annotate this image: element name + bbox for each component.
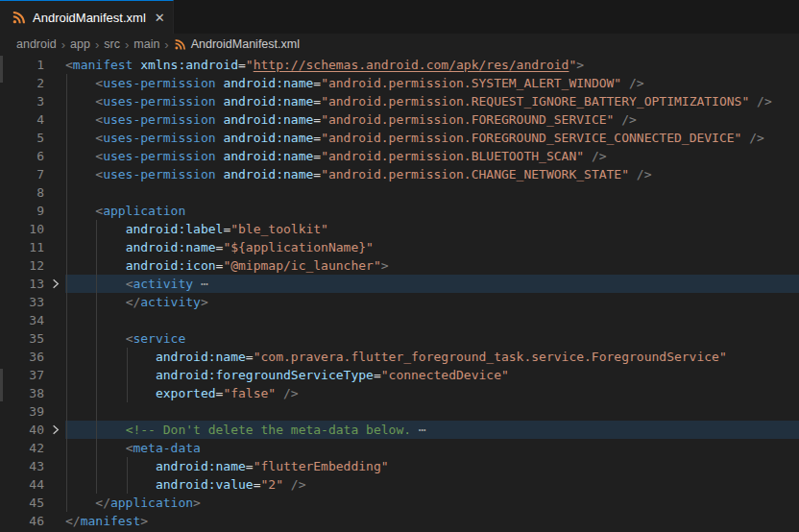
xml-file-icon [12, 11, 26, 25]
gutter: 11 [0, 238, 65, 256]
code-line-40[interactable]: 40 <!-- Don't delete the meta-data below… [0, 421, 799, 439]
code-line-content[interactable]: android:label="ble_toolkit" [65, 220, 799, 238]
code-line-content[interactable]: <uses-permission android:name="android.p… [65, 147, 799, 165]
code-line-content[interactable]: </manifest> [65, 512, 799, 530]
code-line-3[interactable]: 3 <uses-permission android:name="android… [0, 92, 799, 110]
code-text: <activity ⋯ [65, 277, 208, 291]
code-line-content[interactable]: <uses-permission android:name="android.p… [65, 74, 799, 92]
code-line-46[interactable]: 46</manifest> [0, 512, 799, 530]
code-line-content[interactable]: <uses-permission android:name="android.p… [65, 165, 799, 183]
code-text: <application [65, 204, 185, 218]
gutter: 46 [0, 512, 65, 530]
code-line-33[interactable]: 33 </activity> [0, 293, 799, 311]
code-line-4[interactable]: 4 <uses-permission android:name="android… [0, 110, 799, 129]
line-number: 36 [0, 348, 65, 366]
code-line-content[interactable]: </application> [65, 494, 799, 512]
code-line-content[interactable] [65, 183, 799, 202]
code-text: exported="false" /> [65, 386, 299, 400]
code-line-7[interactable]: 7 <uses-permission android:name="android… [0, 165, 799, 183]
tab-title: AndroidManifest.xml [33, 11, 146, 25]
gutter: 36 [0, 348, 65, 366]
line-number: 12 [0, 256, 65, 275]
code-line-content[interactable]: <service [65, 329, 799, 348]
code-line-43[interactable]: 43 android:name="flutterEmbedding" [0, 457, 799, 475]
breadcrumb-item-main[interactable]: main [133, 37, 159, 51]
breadcrumb-separator-icon: › [123, 37, 131, 52]
code-line-content[interactable]: <meta-data [65, 439, 799, 457]
breadcrumb-separator-icon: › [60, 37, 67, 52]
code-line-34[interactable]: 34 [0, 311, 799, 329]
line-number: 11 [0, 238, 65, 256]
code-line-content[interactable]: android:name="flutterEmbedding" [65, 457, 799, 475]
code-line-13[interactable]: 13 <activity ⋯ [0, 275, 799, 293]
code-line-2[interactable]: 2 <uses-permission android:name="android… [0, 74, 799, 92]
line-number: 3 [0, 92, 65, 110]
code-line-content[interactable]: android:name="com.pravera.flutter_foregr… [65, 348, 799, 366]
code-line-12[interactable]: 12 android:icon="@mipmap/ic_launcher"> [0, 256, 799, 275]
xml-file-icon [174, 38, 186, 51]
code-text: <uses-permission android:name="android.p… [65, 167, 652, 181]
breadcrumb-item-src[interactable]: src [104, 37, 120, 51]
fold-chevron-icon[interactable] [48, 423, 62, 437]
code-line-content[interactable]: android:icon="@mipmap/ic_launcher"> [65, 256, 799, 275]
code-text: <uses-permission android:name="android.p… [65, 76, 644, 90]
code-line-10[interactable]: 10 android:label="ble_toolkit" [0, 220, 799, 238]
code-line-content[interactable]: <!-- Don't delete the meta-data below. ⋯ [65, 421, 799, 439]
code-text: <uses-permission android:name="android.p… [65, 112, 637, 127]
gutter: 42 [0, 439, 65, 457]
line-number: 33 [0, 293, 65, 311]
tab-close-icon[interactable]: ✕ [153, 10, 167, 26]
code-line-content[interactable] [65, 311, 799, 329]
code-line-9[interactable]: 9 <application [0, 202, 799, 220]
gutter: 37 [0, 366, 65, 384]
gutter: 35 [0, 329, 65, 348]
code-text: android:name="flutterEmbedding" [65, 459, 389, 473]
code-line-11[interactable]: 11 android:name="${applicationName}" [0, 238, 799, 256]
code-text: <meta-data [65, 441, 201, 455]
code-line-content[interactable]: <application [65, 202, 799, 220]
code-line-content[interactable]: exported="false" /> [65, 384, 799, 402]
code-line-content[interactable]: android:value="2" /> [65, 475, 799, 494]
code-line-content[interactable] [65, 402, 799, 421]
code-line-6[interactable]: 6 <uses-permission android:name="android… [0, 147, 799, 165]
breadcrumb-item-file[interactable]: AndroidManifest.xml [174, 37, 300, 51]
code-line-45[interactable]: 45 </application> [0, 494, 799, 512]
code-line-content[interactable]: android:foregroundServiceType="connected… [65, 366, 799, 384]
code-line-36[interactable]: 36 android:name="com.pravera.flutter_for… [0, 348, 799, 366]
line-number: 1 [0, 56, 65, 74]
code-line-content[interactable]: </activity> [65, 293, 799, 311]
code-line-content[interactable]: android:name="${applicationName}" [65, 238, 799, 256]
gutter: 38 [0, 384, 65, 402]
code-line-content[interactable]: <uses-permission android:name="android.p… [65, 92, 799, 110]
gutter: 45 [0, 494, 65, 512]
code-line-5[interactable]: 5 <uses-permission android:name="android… [0, 129, 799, 147]
code-line-35[interactable]: 35 <service [0, 329, 799, 348]
code-editor[interactable]: 1<manifest xmlns:android="http://schemas… [0, 55, 799, 530]
fold-chevron-icon[interactable] [48, 277, 62, 291]
code-line-44[interactable]: 44 android:value="2" /> [0, 475, 799, 494]
line-number: 6 [0, 147, 65, 165]
line-number: 38 [0, 384, 65, 402]
tab-androidmanifest-xml[interactable]: AndroidManifest.xml ✕ [0, 0, 174, 34]
breadcrumb-item-android[interactable]: android [16, 37, 57, 51]
code-line-38[interactable]: 38 exported="false" /> [0, 384, 799, 402]
line-number: 35 [0, 329, 65, 348]
code-line-content[interactable]: <uses-permission android:name="android.p… [65, 110, 799, 129]
line-number: 9 [0, 202, 65, 220]
code-line-content[interactable]: <uses-permission android:name="android.p… [65, 129, 799, 147]
code-line-content[interactable]: <manifest xmlns:android="http://schemas.… [65, 56, 799, 74]
breadcrumb-item-app[interactable]: app [70, 37, 90, 51]
code-text: <uses-permission android:name="android.p… [65, 149, 607, 163]
code-line-42[interactable]: 42 <meta-data [0, 439, 799, 457]
code-line-8[interactable]: 8 [0, 183, 799, 202]
gutter: 5 [0, 129, 65, 147]
code-line-1[interactable]: 1<manifest xmlns:android="http://schemas… [0, 56, 799, 74]
code-text: <uses-permission android:name="android.p… [65, 94, 772, 109]
code-line-37[interactable]: 37 android:foregroundServiceType="connec… [0, 366, 799, 384]
line-number: 39 [0, 402, 65, 421]
code-line-content[interactable]: <activity ⋯ [65, 275, 799, 293]
breadcrumb-separator-icon: › [93, 37, 101, 52]
code-line-39[interactable]: 39 [0, 402, 799, 421]
line-number: 34 [0, 311, 65, 329]
gutter: 12 [0, 256, 65, 275]
